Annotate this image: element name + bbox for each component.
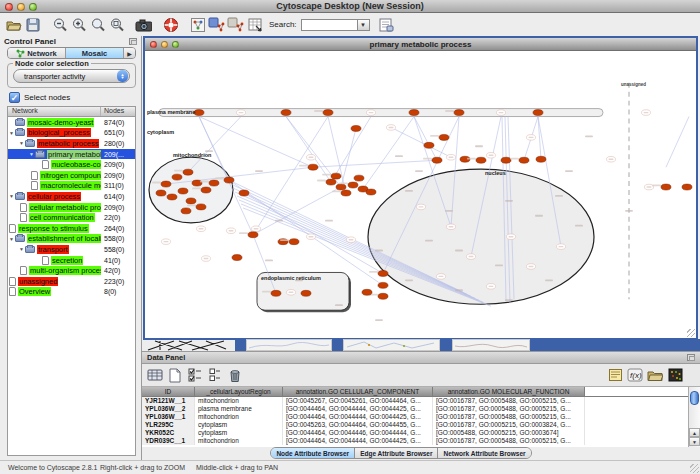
help-lifering-icon[interactable]: [162, 16, 179, 33]
graph-node-selected[interactable]: [362, 289, 372, 295]
open-file-icon[interactable]: [5, 16, 22, 33]
table-row[interactable]: YPL036W__2plasma membrane[GO:0044464, GO…: [142, 405, 688, 413]
import-attributes-icon[interactable]: [646, 367, 664, 384]
net-minimize-button[interactable]: [161, 41, 168, 48]
tree-col-network[interactable]: Network: [8, 107, 101, 116]
graph-node-selected[interactable]: [378, 270, 388, 276]
scroll-down-button[interactable]: ▼: [689, 437, 700, 446]
graph-node-selected[interactable]: [301, 290, 311, 296]
expand-arrow-icon[interactable]: ▼: [8, 130, 15, 136]
network-tree-header[interactable]: Network Nodes: [8, 107, 135, 117]
tree-item[interactable]: multi-organism process42(0): [8, 265, 135, 276]
table-row[interactable]: YDR039C__1mitochondrion[GO:0044464, GO:0…: [142, 437, 688, 445]
tree-item[interactable]: ▼metabolic process280(0): [8, 138, 135, 149]
graph-node-selected[interactable]: [323, 110, 333, 116]
table-row[interactable]: YKR052Ccytoplasm[GO:0044464, GO:0044446,…: [142, 429, 688, 437]
graph-node-selected[interactable]: [409, 110, 419, 116]
network-view-window[interactable]: primary metabolic process plasma membran…: [143, 36, 698, 340]
tab-network[interactable]: Network: [8, 48, 66, 58]
graph-node-selected[interactable]: [336, 184, 346, 190]
zoom-button[interactable]: [29, 3, 37, 11]
tree-item[interactable]: Overview8(0): [8, 287, 135, 298]
search-dropdown-arrow[interactable]: ▼: [357, 19, 370, 31]
net-close-button[interactable]: [150, 41, 157, 48]
zoom-fit-icon[interactable]: [108, 16, 125, 33]
table-import-icon[interactable]: [246, 16, 263, 33]
network-import-blue-icon[interactable]: [208, 16, 225, 33]
table-row[interactable]: YJR121W__1mitochondrion[GO:0045267, GO:0…: [142, 397, 688, 405]
scroll-up-button[interactable]: ▲: [689, 428, 700, 437]
zoom-selected-icon[interactable]: [89, 16, 106, 33]
graph-node-selected[interactable]: [224, 177, 234, 183]
table-scrollbar[interactable]: ▲ ▼: [688, 387, 700, 447]
graph-node-selected[interactable]: [183, 169, 193, 175]
net-zoom-button[interactable]: [172, 41, 179, 48]
graph-node-selected[interactable]: [351, 125, 361, 131]
network-canvas[interactable]: plasma membranecytoplasmmitochondrionnuc…: [145, 51, 696, 338]
graph-node-selected[interactable]: [201, 187, 211, 193]
scrollbar-thumb[interactable]: [690, 391, 699, 405]
data-panel-float-icon[interactable]: [687, 354, 695, 361]
select-attributes-icon[interactable]: [186, 367, 204, 384]
float-panel-icon[interactable]: [129, 38, 137, 45]
tree-item[interactable]: ▼primary metabolic process209(...: [8, 149, 135, 160]
graph-node-selected[interactable]: [476, 157, 486, 163]
graph-node-selected[interactable]: [186, 198, 196, 204]
tree-col-nodes[interactable]: Nodes: [101, 107, 135, 116]
network-import-red-icon[interactable]: [227, 16, 244, 33]
tree-item[interactable]: nitrogen compound metabolic process209(0…: [8, 170, 135, 181]
tree-item[interactable]: secretion41(0): [8, 255, 135, 266]
table-col-header[interactable]: annotation.GO MOLECULAR_FUNCTION: [433, 387, 585, 397]
expand-arrow-icon[interactable]: ▼: [8, 236, 15, 242]
tree-item[interactable]: nucleobase-containing compound process20…: [8, 159, 135, 170]
graph-node-selected[interactable]: [354, 175, 364, 181]
function-builder-icon[interactable]: f(x): [626, 367, 644, 384]
app-resize-grip[interactable]: [690, 464, 699, 473]
graph-node-selected[interactable]: [194, 110, 204, 116]
graph-node-selected[interactable]: [281, 110, 291, 116]
zoom-in-icon[interactable]: [70, 16, 87, 33]
select-nodes-checkbox[interactable]: ✓: [9, 92, 20, 103]
table-row[interactable]: YPL036W__1mitochondrion[GO:0044464, GO:0…: [142, 413, 688, 421]
tree-item[interactable]: ▼transport558(0): [8, 244, 135, 255]
window-resize-grip[interactable]: [687, 329, 695, 337]
tab-edge-attribute-browser[interactable]: Edge Attribute Browser: [355, 448, 438, 458]
graph-node-selected[interactable]: [181, 208, 191, 214]
tree-item[interactable]: unassigned223(0): [8, 276, 135, 287]
attribute-matrix-icon[interactable]: [666, 367, 684, 384]
graph-node-selected[interactable]: [232, 255, 242, 261]
expand-arrow-icon[interactable]: ▼: [18, 140, 25, 146]
snapshot-camera-icon[interactable]: [135, 16, 152, 33]
tree-item[interactable]: cellular metabolic process209(0): [8, 202, 135, 213]
tree-item[interactable]: macromolecule metabolic process311(0): [8, 181, 135, 192]
graph-node-selected[interactable]: [326, 179, 336, 185]
table-col-header[interactable]: annotation.GO CELLULAR_COMPONENT: [283, 387, 433, 397]
network-overview-icon[interactable]: [189, 16, 206, 33]
graph-node-selected[interactable]: [533, 110, 543, 116]
graph-node-selected[interactable]: [454, 110, 464, 116]
graph-node-selected[interactable]: [536, 156, 546, 162]
more-tabs-arrow[interactable]: ▶: [124, 48, 135, 58]
graph-node-selected[interactable]: [519, 157, 529, 163]
table-col-header[interactable]: ID: [142, 387, 195, 397]
graph-node-selected[interactable]: [167, 194, 177, 200]
tab-mosaic[interactable]: Mosaic: [66, 48, 124, 58]
graph-node-selected[interactable]: [432, 157, 442, 163]
graph-node-selected[interactable]: [682, 184, 692, 190]
minimize-button[interactable]: [17, 3, 25, 11]
graph-node-selected[interactable]: [248, 232, 258, 238]
tab-node-attribute-browser[interactable]: Node Attribute Browser: [271, 448, 355, 458]
expand-arrow-icon[interactable]: ▼: [8, 193, 15, 199]
tree-item[interactable]: ▼biological_process651(0): [8, 128, 135, 139]
graph-node-selected[interactable]: [424, 142, 434, 148]
tree-item[interactable]: ▼establishment of localization558(0): [8, 234, 135, 245]
graph-node-selected[interactable]: [289, 239, 299, 245]
graph-node-selected[interactable]: [439, 134, 449, 140]
search-input[interactable]: [301, 19, 357, 31]
delete-attribute-icon[interactable]: [226, 367, 244, 384]
notepad-icon[interactable]: [606, 367, 624, 384]
graph-node-selected[interactable]: [271, 290, 281, 296]
new-attribute-icon[interactable]: [166, 367, 184, 384]
tree-item[interactable]: ▼cellular process614(0): [8, 191, 135, 202]
expand-arrow-icon[interactable]: ▼: [18, 246, 25, 252]
